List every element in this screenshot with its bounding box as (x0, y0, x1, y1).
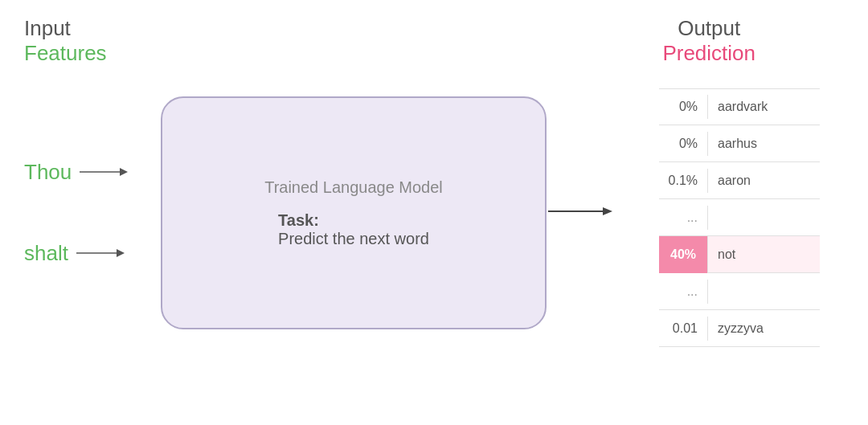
input-words: Thou shalt (24, 160, 128, 266)
model-task-label: Task: (278, 211, 429, 230)
svg-marker-3 (117, 249, 125, 257)
output-title: Output (662, 16, 755, 41)
pred-word-aaron: aaron (708, 174, 751, 188)
pred-row-aardvark: 0% aardvark (659, 88, 820, 125)
pred-row-aaron: 0.1% aaron (659, 162, 820, 199)
word-shalt: shalt (24, 241, 68, 266)
model-box: Trained Language Model Task: Predict the… (161, 96, 547, 329)
model-task-desc: Predict the next word (278, 230, 429, 248)
arrow-shalt (76, 245, 125, 261)
output-section: Output Prediction (662, 16, 755, 66)
svg-marker-5 (603, 207, 612, 215)
model-output-arrow (548, 203, 612, 223)
pred-pct-aardvark: 0% (659, 100, 707, 114)
arrow-thou (80, 164, 128, 180)
pred-pct-zyzzyva: 0.01 (659, 321, 707, 336)
pred-row-not: 40% not (659, 236, 820, 273)
model-title: Trained Language Model (264, 178, 443, 197)
input-title: Input (24, 16, 107, 41)
output-prediction-label: Prediction (662, 41, 755, 66)
divider (707, 280, 708, 304)
prediction-table: 0% aardvark 0% aarhus 0.1% aaron ... 40%… (659, 88, 820, 347)
input-word-thou: Thou (24, 160, 128, 185)
pred-pct-dots-1: ... (659, 210, 707, 225)
pred-pct-not: 40% (659, 236, 707, 273)
input-word-shalt: shalt (24, 241, 128, 266)
pred-word-aardvark: aardvark (708, 100, 768, 114)
svg-marker-1 (120, 168, 128, 176)
input-features-label: Features (24, 41, 107, 66)
divider (707, 206, 708, 230)
pred-word-zyzzyva: zyzzyva (708, 321, 764, 336)
pred-word-aarhus: aarhus (708, 137, 757, 151)
word-thou: Thou (24, 160, 72, 185)
pred-pct-aarhus: 0% (659, 137, 707, 151)
input-section: Input Features (24, 16, 107, 66)
pred-row-aarhus: 0% aarhus (659, 125, 820, 162)
pred-row-dots-1: ... (659, 199, 820, 236)
diagram-container: Input Features Thou shalt Traine (0, 0, 868, 425)
pred-pct-aaron: 0.1% (659, 174, 707, 188)
pred-word-not: not (708, 247, 735, 262)
pred-row-zyzzyva: 0.01 zyzzyva (659, 310, 820, 347)
pred-row-dots-2: ... (659, 273, 820, 310)
pred-pct-dots-2: ... (659, 284, 707, 299)
